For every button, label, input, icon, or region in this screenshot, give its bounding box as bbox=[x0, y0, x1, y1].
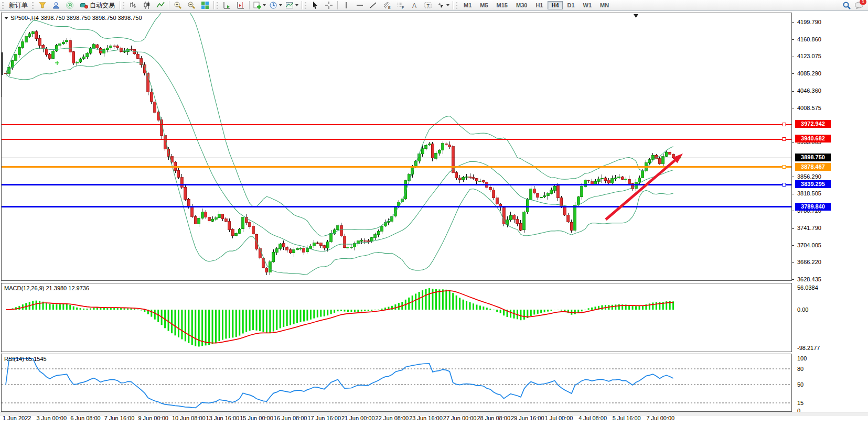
svg-text:F: F bbox=[402, 6, 404, 9]
chevron-down-icon[interactable] bbox=[446, 4, 449, 6]
search-icon[interactable] bbox=[840, 0, 853, 10]
candle-body bbox=[550, 190, 553, 193]
chart-shift-button[interactable] bbox=[234, 0, 248, 10]
tab-timeframe-m15[interactable]: M15 bbox=[493, 1, 511, 9]
macd-chart[interactable] bbox=[2, 283, 791, 352]
fibonacci-fan-button[interactable]: F bbox=[394, 0, 408, 10]
tab-timeframe-m1[interactable]: M1 bbox=[460, 1, 475, 9]
candle-body bbox=[252, 226, 254, 234]
price-tick-mark bbox=[792, 142, 794, 143]
price-line-label: 3878.467 bbox=[795, 163, 831, 171]
chevron-down-icon[interactable] bbox=[263, 4, 266, 6]
separator bbox=[302, 1, 302, 9]
chevron-down-icon[interactable] bbox=[279, 4, 282, 6]
crosshair-button[interactable] bbox=[322, 0, 336, 10]
candle-body bbox=[231, 229, 234, 236]
candle-body bbox=[103, 49, 105, 53]
candle-body bbox=[52, 51, 55, 59]
candle-body bbox=[106, 48, 109, 50]
candle-body bbox=[625, 179, 627, 180]
autotrading-button[interactable]: 自动交易 bbox=[77, 0, 118, 10]
candle-body bbox=[492, 190, 495, 198]
line-handle[interactable] bbox=[783, 138, 786, 141]
candle-body bbox=[66, 40, 68, 42]
candle-body bbox=[211, 219, 214, 221]
candle-body bbox=[475, 179, 478, 181]
candle-body bbox=[35, 31, 38, 39]
robot-icon bbox=[80, 1, 88, 9]
bollinger-lower[interactable] bbox=[6, 62, 673, 275]
zoom-in-button[interactable] bbox=[171, 0, 185, 10]
toolbar-grip bbox=[32, 2, 34, 9]
text-button[interactable]: A bbox=[408, 0, 421, 10]
tile-windows-button[interactable] bbox=[198, 0, 212, 10]
auto-scroll-button[interactable] bbox=[220, 0, 234, 10]
price-tick-label: 4160.860 bbox=[797, 36, 821, 42]
tab-timeframe-d1[interactable]: D1 bbox=[564, 1, 578, 9]
tab-timeframe-m5[interactable]: M5 bbox=[476, 1, 491, 9]
line-handle[interactable] bbox=[783, 123, 786, 126]
candle-body bbox=[208, 217, 210, 221]
main-chart-pane[interactable]: SP500-,H4 3898.750 3898.750 3898.750 389… bbox=[1, 13, 792, 281]
candle-body bbox=[92, 45, 95, 48]
cursor-button[interactable] bbox=[308, 0, 322, 10]
notifications-button[interactable]: 1 bbox=[854, 1, 864, 9]
chart-shift-marker[interactable] bbox=[634, 14, 638, 18]
rsi-chart[interactable] bbox=[2, 354, 791, 411]
bar-chart-button[interactable] bbox=[126, 0, 140, 10]
candle-body bbox=[425, 145, 427, 149]
autotrading-label: 自动交易 bbox=[90, 1, 115, 10]
template-button[interactable] bbox=[284, 0, 300, 10]
candle-body bbox=[249, 223, 251, 227]
text-label-button[interactable]: T bbox=[421, 0, 435, 10]
separator bbox=[249, 1, 250, 9]
candle-body bbox=[367, 241, 370, 242]
line-handle[interactable] bbox=[783, 166, 786, 169]
tab-timeframe-w1[interactable]: W1 bbox=[580, 1, 596, 9]
candle-body bbox=[55, 46, 58, 51]
chevron-down-icon[interactable] bbox=[295, 4, 298, 6]
chart-window: SP500-,H4 3898.750 3898.750 3898.750 389… bbox=[0, 12, 868, 427]
arrows-button[interactable] bbox=[435, 0, 451, 10]
candle-body bbox=[215, 218, 217, 220]
bollinger-middle[interactable] bbox=[6, 48, 673, 251]
tab-timeframe-h1[interactable]: H1 bbox=[532, 1, 546, 9]
trendline-button[interactable] bbox=[367, 0, 380, 10]
candle-body bbox=[279, 244, 282, 248]
chart-ohlc-values: 3898.750 3898.750 3898.750 3898.750 bbox=[41, 15, 142, 21]
candle-body bbox=[45, 49, 48, 54]
candle-body bbox=[113, 46, 115, 46]
vertical-line-button[interactable] bbox=[339, 0, 353, 10]
signals-icon[interactable] bbox=[63, 0, 77, 10]
macd-pane[interactable]: MACD(12,26,9) 21.3980 12.9736 bbox=[1, 283, 792, 352]
line-handle[interactable] bbox=[783, 183, 786, 187]
fibonacci-button[interactable]: E bbox=[380, 0, 394, 10]
price-tick-mark bbox=[792, 108, 794, 108]
candlestick-chart[interactable] bbox=[2, 13, 791, 280]
candle-body bbox=[22, 42, 24, 48]
candlestick-chart-button[interactable] bbox=[140, 0, 154, 10]
new-chart-button[interactable] bbox=[251, 0, 267, 10]
funnel-icon[interactable] bbox=[36, 0, 49, 10]
horizontal-line-button[interactable] bbox=[353, 0, 367, 10]
candle-body bbox=[272, 252, 275, 261]
price-tick-mark bbox=[792, 177, 794, 177]
line-chart-button[interactable] bbox=[154, 0, 167, 10]
candle-body bbox=[374, 235, 377, 237]
tab-timeframe-h4[interactable]: H4 bbox=[548, 1, 562, 9]
candle-body bbox=[431, 144, 434, 158]
plus-marker bbox=[55, 61, 59, 65]
zoom-out-button[interactable] bbox=[185, 0, 198, 10]
separator bbox=[337, 1, 338, 9]
period-button[interactable] bbox=[267, 0, 284, 10]
chart-dropdown-icon[interactable] bbox=[4, 17, 8, 19]
candle-body bbox=[18, 47, 20, 54]
rsi-pane[interactable]: RSI(14) 65.1545 bbox=[1, 354, 792, 412]
new-order-button[interactable]: 新订单 bbox=[6, 0, 31, 10]
tab-timeframe-mn[interactable]: MN bbox=[596, 1, 613, 9]
candle-body bbox=[618, 177, 620, 178]
tab-timeframe-m30[interactable]: M30 bbox=[512, 1, 531, 9]
price-tick-label: 3628.435 bbox=[797, 276, 821, 282]
community-person-icon[interactable] bbox=[49, 0, 63, 10]
candle-body bbox=[110, 46, 112, 48]
